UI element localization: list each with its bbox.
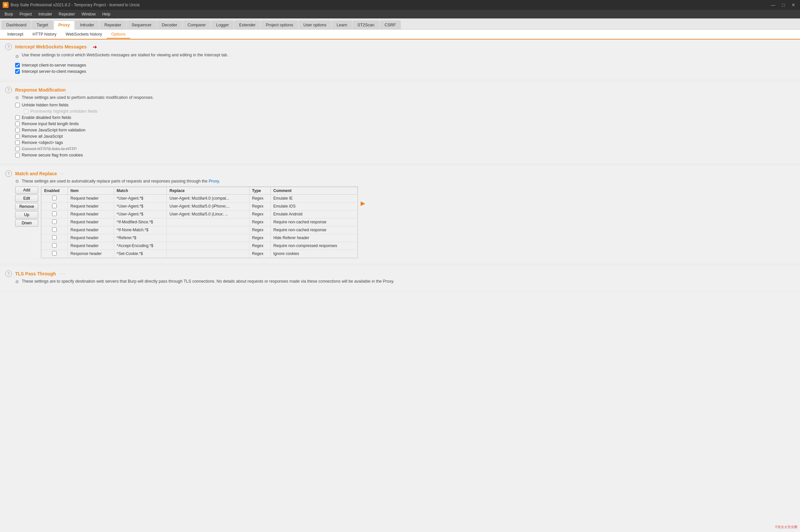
edit-button[interactable]: Edit bbox=[15, 195, 38, 202]
row-comment: Ignore cookies bbox=[271, 250, 358, 258]
row-enabled[interactable] bbox=[52, 243, 57, 248]
checkbox-client-to-server[interactable]: Intercept client-to-server messages bbox=[15, 63, 795, 68]
tab-proxy[interactable]: Proxy bbox=[53, 20, 75, 30]
checkbox-remove-all-js-input[interactable] bbox=[15, 134, 20, 139]
checkbox-remove-js-validation[interactable]: Remove JavaScript form validation bbox=[15, 128, 795, 132]
tab-target[interactable]: Target bbox=[32, 20, 53, 29]
tab-project-options[interactable]: Project options bbox=[261, 20, 298, 29]
table-row[interactable]: Request header ^User-Agent.*$ User-Agent… bbox=[41, 202, 358, 210]
down-button[interactable]: Down bbox=[15, 220, 38, 227]
checkbox-remove-all-js-label: Remove all JavaScript bbox=[22, 134, 63, 139]
question-icon-match: ? bbox=[5, 170, 12, 177]
checkbox-server-to-client-label: Intercept server-to-client messages bbox=[22, 69, 86, 74]
menu-repeater[interactable]: Repeater bbox=[55, 11, 78, 18]
question-icon-tls: ? bbox=[5, 270, 12, 277]
tab-csrf[interactable]: CSRF bbox=[380, 20, 401, 29]
row-replace bbox=[167, 234, 249, 242]
checkbox-remove-secure-input[interactable] bbox=[15, 153, 20, 157]
section-header-intercept: ? Intercept WebSockets Messages ➜ bbox=[5, 43, 795, 50]
tab-learn[interactable]: Learn bbox=[332, 20, 352, 29]
row-enabled[interactable] bbox=[52, 204, 57, 208]
add-button[interactable]: Add bbox=[15, 187, 38, 194]
tab-sequencer[interactable]: Sequencer bbox=[127, 20, 156, 29]
tab-logger[interactable]: Logger bbox=[211, 20, 234, 29]
section-title-intercept: Intercept WebSockets Messages bbox=[15, 44, 87, 50]
checkbox-client-to-server-label: Intercept client-to-server messages bbox=[22, 63, 86, 68]
table-row[interactable]: Request header ^User-Agent.*$ User-Agent… bbox=[41, 210, 358, 218]
checkbox-server-to-client-input[interactable] bbox=[15, 69, 20, 74]
table-row[interactable]: Request header ^If-None-Match.*$ Regex R… bbox=[41, 226, 358, 234]
question-icon-intercept: ? bbox=[5, 43, 12, 50]
up-button[interactable]: Up bbox=[15, 211, 38, 218]
arrow-right-icon: ▶ bbox=[360, 200, 365, 207]
checkbox-remove-object-tags[interactable]: Remove <object> tags bbox=[15, 140, 795, 145]
row-replace bbox=[167, 242, 249, 250]
tab-intruder[interactable]: Intruder bbox=[75, 20, 99, 29]
menu-window[interactable]: Window bbox=[78, 11, 99, 18]
table-row[interactable]: Request header ^User-Agent.*$ User-Agent… bbox=[41, 194, 358, 202]
menu-project[interactable]: Project bbox=[16, 11, 35, 18]
app-icon: B bbox=[3, 2, 8, 8]
menu-burp[interactable]: Burp bbox=[1, 11, 16, 18]
row-enabled[interactable] bbox=[52, 196, 57, 200]
checkbox-client-to-server-input[interactable] bbox=[15, 63, 20, 68]
row-item: Request header bbox=[68, 194, 114, 202]
checkbox-convert-https-input[interactable] bbox=[15, 147, 20, 151]
checkbox-remove-object-tags-input[interactable] bbox=[15, 140, 20, 145]
section-desc-response: These settings are used to perform autom… bbox=[22, 95, 154, 100]
row-type: Regex bbox=[249, 210, 271, 218]
table-row[interactable]: Request header ^Accept-Encoding.*$ Regex… bbox=[41, 242, 358, 250]
sub-tabs: Intercept HTTP history WebSockets histor… bbox=[0, 30, 800, 40]
checkbox-unhide-form-fields[interactable]: Unhide hidden form fields bbox=[15, 103, 795, 108]
tab-dashboard[interactable]: Dashboard bbox=[1, 20, 31, 29]
row-comment: Hide Referer header bbox=[271, 234, 358, 242]
row-comment: Emulate iOS bbox=[271, 202, 358, 210]
subtab-http-history[interactable]: HTTP history bbox=[28, 31, 61, 39]
row-match: ^User-Agent.*$ bbox=[114, 202, 166, 210]
row-enabled[interactable] bbox=[52, 251, 57, 255]
table-row[interactable]: Request header ^If-Modified-Since.*$ Reg… bbox=[41, 218, 358, 226]
checkbox-remove-input-length-input[interactable] bbox=[15, 121, 20, 126]
row-enabled[interactable] bbox=[52, 211, 57, 216]
table-row[interactable]: Request header ^Referer.*$ Regex Hide Re… bbox=[41, 234, 358, 242]
checkbox-server-to-client[interactable]: Intercept server-to-client messages bbox=[15, 69, 795, 74]
row-replace bbox=[167, 218, 249, 226]
tab-extender[interactable]: Extender bbox=[234, 20, 260, 29]
row-replace bbox=[167, 226, 249, 234]
maximize-button[interactable]: □ bbox=[780, 2, 787, 8]
tab-comparer[interactable]: Comparer bbox=[183, 20, 211, 29]
proxy-link[interactable]: Proxy bbox=[209, 179, 219, 184]
subtab-intercept[interactable]: Intercept bbox=[3, 31, 28, 39]
close-button[interactable]: ✕ bbox=[789, 2, 797, 8]
match-replace-dots: ··· bbox=[60, 172, 65, 175]
tab-decoder[interactable]: Decoder bbox=[157, 20, 182, 29]
subtab-websockets-history[interactable]: WebSockets history bbox=[61, 31, 107, 39]
row-enabled[interactable] bbox=[52, 235, 57, 240]
row-enabled[interactable] bbox=[52, 227, 57, 232]
col-replace: Replace bbox=[167, 187, 249, 194]
checkbox-unhide-input[interactable] bbox=[15, 103, 20, 108]
checkbox-highlight-unhidden[interactable]: Prominently highlight unhidden fields bbox=[24, 109, 795, 114]
checkbox-remove-secure-label: Remove secure flag from cookies bbox=[22, 153, 83, 157]
table-row[interactable]: Response header ^Set-Cookie.*$ Regex Ign… bbox=[41, 250, 358, 258]
menu-intruder[interactable]: Intruder bbox=[35, 11, 55, 18]
row-item: Request header bbox=[68, 202, 114, 210]
checkbox-enable-disabled-input[interactable] bbox=[15, 115, 20, 120]
remove-button[interactable]: Remove bbox=[15, 203, 38, 210]
tab-user-options[interactable]: User options bbox=[298, 20, 331, 29]
subtab-options[interactable]: Options bbox=[107, 31, 130, 39]
tab-repeater[interactable]: Repeater bbox=[99, 20, 126, 29]
minimize-button[interactable]: — bbox=[769, 2, 778, 8]
checkbox-remove-js-validation-input[interactable] bbox=[15, 128, 20, 132]
checkbox-highlight-input[interactable] bbox=[24, 109, 29, 114]
checkbox-remove-all-js[interactable]: Remove all JavaScript bbox=[15, 134, 795, 139]
checkbox-enable-disabled-fields[interactable]: Enable disabled form fields bbox=[15, 115, 795, 120]
checkbox-remove-secure-flag[interactable]: Remove secure flag from cookies bbox=[15, 153, 795, 157]
checkbox-remove-input-length[interactable]: Remove input field length limits bbox=[15, 121, 795, 126]
row-enabled[interactable] bbox=[52, 220, 57, 224]
checkbox-convert-https[interactable]: Convert HTTPS links to HTTP bbox=[15, 147, 795, 151]
tab-st2scan[interactable]: ST2Scan bbox=[352, 20, 379, 29]
row-match: ^User-Agent.*$ bbox=[114, 194, 166, 202]
menu-help[interactable]: Help bbox=[99, 11, 114, 18]
window-controls[interactable]: — □ ✕ bbox=[769, 2, 797, 8]
